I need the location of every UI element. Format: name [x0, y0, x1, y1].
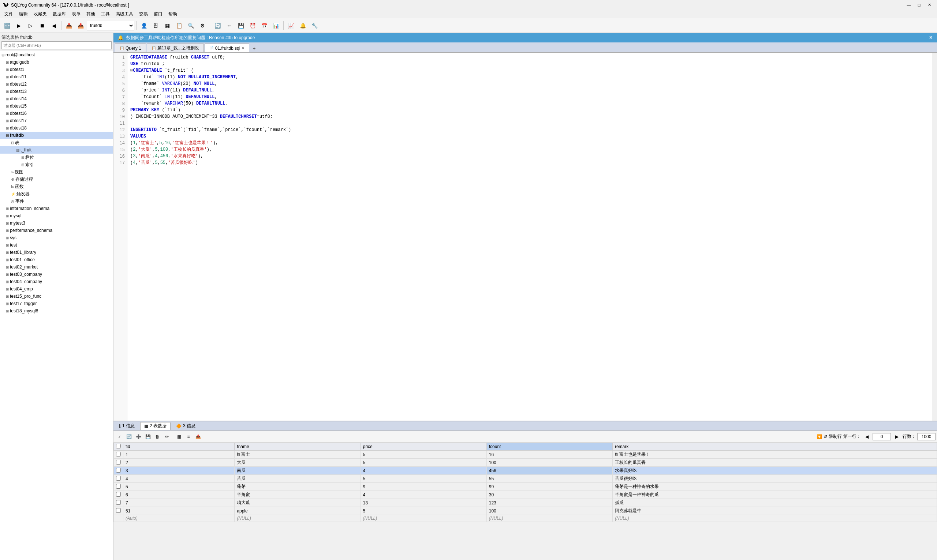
menu-item-其他[interactable]: 其他	[83, 10, 98, 18]
tree-item-12[interactable]: ⊟表	[0, 139, 113, 146]
code-line-12[interactable]: INSERT INTO `t_fruit`(`fid`,`fname`,`pri…	[130, 126, 929, 133]
cell-remark[interactable]: 苦瓜很好吃	[612, 475, 937, 483]
tree-item-21[interactable]: ⊞information_schema	[0, 205, 113, 212]
tb-schema-btn[interactable]: 🗄	[150, 20, 161, 31]
cell-fname[interactable]: 半角蜜	[234, 491, 361, 499]
tree-item-14[interactable]: ⊞栏位	[0, 154, 113, 161]
tree-item-15[interactable]: ⊞索引	[0, 161, 113, 168]
grid-col-btn[interactable]: ≡	[184, 432, 193, 441]
tree-item-5[interactable]: ⊞dbtest13	[0, 88, 113, 95]
tree-item-18[interactable]: fx函数	[0, 183, 113, 190]
tree-item-8[interactable]: ⊞dbtest16	[0, 110, 113, 117]
cell-price[interactable]: 5	[361, 451, 487, 459]
table-row[interactable]: 1红富士516红富士也是苹果！	[114, 451, 937, 459]
col-fid[interactable]: fid	[123, 443, 234, 451]
tb-sync-btn[interactable]: ↔	[223, 20, 234, 31]
code-line-5[interactable]: `fname` VARCHAR(20) NOT NULL,	[130, 80, 929, 87]
cell-fname[interactable]: 苦瓜	[234, 475, 361, 483]
tree-item-11[interactable]: ⊟fruitdb	[0, 132, 113, 139]
table-row[interactable]: 2大瓜5100王校长的瓜真香	[114, 459, 937, 467]
cell-remark[interactable]: 王校长的瓜真香	[612, 459, 937, 467]
tree-item-23[interactable]: ⊞mytest3	[0, 220, 113, 227]
cell-remark[interactable]: 孤瓜	[612, 499, 937, 507]
menu-item-交易[interactable]: 交易	[136, 10, 151, 18]
tree-item-24[interactable]: ⊞performance_schema	[0, 227, 113, 234]
cell-remark[interactable]: 红富士也是苹果！	[612, 451, 937, 459]
grid-delete-btn[interactable]: 🗑	[153, 432, 162, 441]
tree-item-19[interactable]: ⚡触发器	[0, 190, 113, 197]
tree-item-20[interactable]: ◷事件	[0, 197, 113, 205]
table-row[interactable]: 6半角蜜430半角蜜是一种神奇的瓜	[114, 491, 937, 499]
tree-item-32[interactable]: ⊞test04_emp	[0, 285, 113, 292]
cell-fid[interactable]: 6	[123, 491, 234, 499]
cell-fid[interactable]: 3	[123, 467, 234, 475]
tree-item-16[interactable]: ∞视图	[0, 168, 113, 175]
header-checkbox[interactable]	[114, 443, 123, 451]
tree-item-10[interactable]: ⊞dbtest18	[0, 125, 113, 132]
cell-fcount[interactable]: 99	[487, 483, 612, 491]
tab-1[interactable]: 📋第11章_数...之增删改	[147, 43, 204, 52]
cell-fcount[interactable]: 55	[487, 475, 612, 483]
close-button[interactable]: ✕	[925, 2, 934, 9]
tb-notify-btn[interactable]: 🔔	[297, 20, 308, 31]
cell-fid[interactable]: 4	[123, 475, 234, 483]
next-page-btn[interactable]: ▶	[892, 432, 901, 441]
menu-item-数据库[interactable]: 数据库	[50, 10, 69, 18]
cell-price[interactable]: 5	[361, 475, 487, 483]
tree-item-17[interactable]: ⚙存储过程	[0, 175, 113, 183]
menu-item-编辑[interactable]: 编辑	[16, 10, 31, 18]
filter-input[interactable]	[2, 42, 112, 49]
cell-remark[interactable]: (NULL)	[612, 515, 937, 522]
cell-fname[interactable]: 大瓜	[234, 459, 361, 467]
code-line-8[interactable]: `remark` VARCHAR(50) DEFAULT NULL,	[130, 100, 929, 107]
tb-proc-btn[interactable]: ⚙	[197, 20, 208, 31]
menu-item-文件[interactable]: 文件	[2, 10, 16, 18]
cell-fid[interactable]: 1	[123, 451, 234, 459]
cell-price[interactable]: 13	[361, 499, 487, 507]
tree-item-13[interactable]: ▦t_fruit	[0, 146, 113, 154]
tree-item-6[interactable]: ⊞dbtest14	[0, 95, 113, 102]
add-tab-button[interactable]: +	[250, 44, 258, 52]
first-row-input[interactable]	[872, 433, 891, 440]
editor-area[interactable]: 1234567891011121314151617 CREATE DATABAS…	[114, 53, 937, 421]
btab-info[interactable]: ℹ 1 信息	[115, 422, 139, 430]
grid-select-all-btn[interactable]: ☑	[115, 432, 124, 441]
tb-data-btn[interactable]: 📋	[174, 20, 185, 31]
tb-run-btn[interactable]: ▷	[25, 20, 36, 31]
code-line-9[interactable]: PRIMARY KEY (`fid`)	[130, 107, 929, 113]
minimize-button[interactable]: —	[904, 2, 914, 9]
cell-fcount[interactable]: 30	[487, 491, 612, 499]
cell-fname[interactable]: 哨大瓜	[234, 499, 361, 507]
cell-remark[interactable]: 水果真好吃	[612, 467, 937, 475]
tree-item-25[interactable]: ⊞sys	[0, 234, 113, 242]
tree-item-29[interactable]: ⊞test02_market	[0, 263, 113, 271]
tb-tools-btn[interactable]: 🔧	[309, 20, 320, 31]
cell-price[interactable]: 4	[361, 491, 487, 499]
table-row[interactable]: 3南瓜4456水果真好吃	[114, 467, 937, 475]
cell-price[interactable]: 9	[361, 483, 487, 491]
tab-0[interactable]: 📋Query 1	[115, 43, 146, 52]
rows-input[interactable]	[917, 433, 935, 440]
prev-page-btn[interactable]: ◀	[862, 432, 871, 441]
tree-item-7[interactable]: ⊞dbtest15	[0, 102, 113, 110]
cell-remark[interactable]: 半角蜜是一种神奇的瓜	[612, 491, 937, 499]
cell-price[interactable]: (NULL)	[361, 515, 487, 522]
tb-backup-btn[interactable]: 💾	[235, 20, 246, 31]
cell-fcount[interactable]: (NULL)	[487, 515, 612, 522]
tree-item-28[interactable]: ⊞test01_office	[0, 256, 113, 263]
cell-fname[interactable]: 红富士	[234, 451, 361, 459]
limit-label[interactable]: 限制行	[829, 434, 842, 440]
btab-msg[interactable]: 🔶 3 信息	[172, 422, 199, 430]
code-line-2[interactable]: USE fruitdb ;	[130, 61, 929, 67]
code-content[interactable]: CREATE DATABASE fruitdb CHARSET utf8;USE…	[127, 53, 932, 421]
cell-fcount[interactable]: 456	[487, 467, 612, 475]
menu-item-收藏夹[interactable]: 收藏夹	[31, 10, 50, 18]
cell-fcount[interactable]: 123	[487, 499, 612, 507]
menu-item-工具[interactable]: 工具	[98, 10, 113, 18]
code-line-7[interactable]: `fcount` INT(11) DEFAULT NULL,	[130, 94, 929, 100]
tree-item-0[interactable]: ⊞root@localhost	[0, 51, 113, 58]
cell-fname[interactable]: (NULL)	[234, 515, 361, 522]
grid-view-btn[interactable]: ▦	[174, 432, 183, 441]
cell-fid[interactable]: 5	[123, 483, 234, 491]
code-line-4[interactable]: `fid` INT(11) NOT NULL AUTO_INCREMENT,	[130, 74, 929, 80]
